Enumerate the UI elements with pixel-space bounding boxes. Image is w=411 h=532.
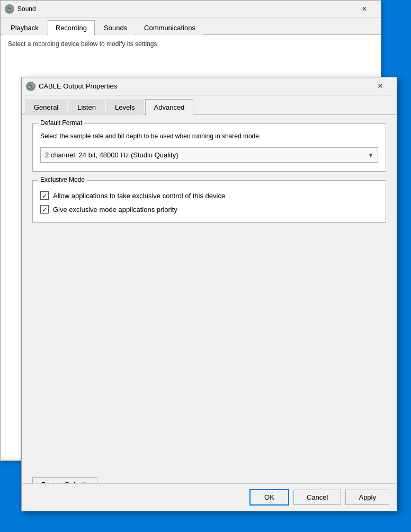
cable-dialog: 🔊 CABLE Output Properties × General List…	[21, 77, 397, 511]
tab-communications[interactable]: Communications	[136, 20, 203, 35]
default-format-description: Select the sample rate and bit depth to …	[40, 131, 378, 141]
cable-dialog-footer: OK Cancel Apply	[22, 483, 397, 511]
cable-content: Default Format Select the sample rate an…	[22, 115, 397, 501]
exclusive-priority-text: Give exclusive mode applications priorit…	[53, 206, 177, 214]
tab-listen[interactable]: Listen	[68, 99, 105, 115]
cable-titlebar-left: 🔊 CABLE Output Properties	[26, 82, 117, 91]
sound-window-icon: 🔊	[5, 4, 14, 14]
tab-advanced[interactable]: Advanced	[145, 99, 194, 115]
cable-dialog-title: CABLE Output Properties	[39, 82, 117, 90]
exclusive-mode-label: Exclusive Mode	[38, 176, 87, 183]
sound-window-title: Sound	[17, 5, 36, 13]
apply-button[interactable]: Apply	[345, 490, 389, 505]
format-select[interactable]: 2 channel, 16 bit, 44100 Hz (CD Quality)…	[40, 147, 378, 163]
default-format-label: Default Format	[38, 119, 84, 127]
tab-levels[interactable]: Levels	[106, 99, 144, 115]
exclusive-control-text: Allow applications to take exclusive con…	[53, 192, 225, 200]
sound-tabs: Playback Recording Sounds Communications	[1, 17, 381, 35]
tab-recording[interactable]: Recording	[48, 20, 95, 35]
sound-titlebar: 🔊 Sound ×	[1, 1, 381, 17]
exclusive-control-checkbox[interactable]: ✓	[40, 191, 49, 200]
cable-close-button[interactable]: ×	[368, 79, 392, 94]
tab-sounds[interactable]: Sounds	[96, 20, 135, 35]
exclusive-mode-group: Exclusive Mode ✓ Allow applications to t…	[32, 180, 386, 223]
exclusive-control-row: ✓ Allow applications to take exclusive c…	[40, 191, 378, 200]
ok-button[interactable]: OK	[249, 489, 289, 506]
default-format-group: Default Format Select the sample rate an…	[32, 123, 386, 172]
sound-content-text: Select a recording device below to modif…	[8, 40, 373, 48]
cable-titlebar: 🔊 CABLE Output Properties ×	[22, 77, 397, 95]
format-select-wrapper: 2 channel, 16 bit, 44100 Hz (CD Quality)…	[40, 147, 378, 163]
tab-general[interactable]: General	[25, 99, 67, 115]
exclusive-priority-row: ✓ Give exclusive mode applications prior…	[40, 205, 378, 214]
sound-titlebar-left: 🔊 Sound	[5, 4, 36, 14]
sound-close-button[interactable]: ×	[352, 1, 377, 17]
tab-playback[interactable]: Playback	[3, 20, 47, 35]
cable-tabs: General Listen Levels Advanced	[22, 95, 397, 115]
cancel-button[interactable]: Cancel	[293, 490, 341, 505]
cable-dialog-icon: 🔊	[26, 82, 35, 91]
exclusive-priority-checkbox[interactable]: ✓	[40, 205, 49, 214]
